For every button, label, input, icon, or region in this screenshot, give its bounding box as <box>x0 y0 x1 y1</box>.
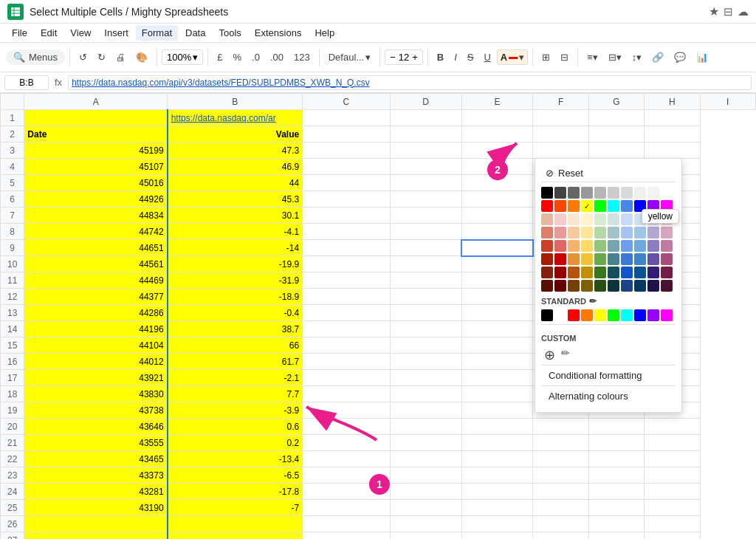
color-swatch[interactable] <box>621 267 633 278</box>
cell-a-4[interactable]: 45107 <box>24 159 168 175</box>
text-color-dropdown[interactable]: ▾ <box>519 52 524 63</box>
cell-c-7[interactable] <box>303 207 390 224</box>
cell-d-14[interactable] <box>390 321 461 337</box>
cell-b-6[interactable]: 45.3 <box>168 191 303 207</box>
color-swatch[interactable] <box>647 280 659 292</box>
standard-color-swatch[interactable] <box>608 309 619 321</box>
cell-e-15[interactable] <box>461 337 533 354</box>
cell-d-3[interactable] <box>390 143 461 159</box>
cell-e-13[interactable] <box>461 305 533 321</box>
cell-a-3[interactable]: 45199 <box>24 143 168 159</box>
col-header-h[interactable]: H <box>645 94 700 110</box>
align-horizontal-button[interactable]: ≡▾ <box>583 49 602 66</box>
cell-d-17[interactable] <box>390 370 461 386</box>
cell-d-24[interactable] <box>390 484 461 500</box>
col-header-i[interactable]: I <box>700 94 755 110</box>
cell-h-22[interactable] <box>645 451 700 467</box>
cell-f-27[interactable] <box>533 532 588 540</box>
color-swatch[interactable] <box>594 187 606 199</box>
cell-a-18[interactable]: 43830 <box>24 386 168 402</box>
cell-f-3[interactable] <box>533 143 588 159</box>
color-swatch[interactable] <box>581 240 593 252</box>
cell-f-2[interactable] <box>533 126 588 143</box>
color-swatch[interactable] <box>661 280 673 292</box>
color-swatch[interactable] <box>634 253 646 265</box>
cell-a-22[interactable]: 43465 <box>24 451 168 467</box>
color-swatch[interactable] <box>594 267 606 278</box>
menus-button[interactable]: 🔍 Menus <box>6 49 65 65</box>
color-swatch[interactable] <box>594 213 606 225</box>
color-swatch[interactable] <box>554 280 566 292</box>
color-swatch[interactable] <box>621 227 633 238</box>
cell-f-22[interactable] <box>533 451 588 467</box>
menu-view[interactable]: View <box>64 25 97 41</box>
zoom-control[interactable]: 100% ▾ <box>162 49 203 65</box>
color-swatch[interactable] <box>568 227 580 238</box>
menu-edit[interactable]: Edit <box>35 25 63 41</box>
color-swatch[interactable] <box>581 267 593 278</box>
cell-g-20[interactable] <box>588 419 644 435</box>
cell-d-15[interactable] <box>390 337 461 354</box>
cell-h-3[interactable] <box>645 143 700 159</box>
menu-data[interactable]: Data <box>179 25 211 41</box>
cell-c-22[interactable] <box>303 451 390 467</box>
cell-h-2[interactable] <box>645 126 700 143</box>
cell-c-2[interactable] <box>303 126 390 143</box>
cell-b-9[interactable]: -14 <box>168 240 303 256</box>
chart-button[interactable]: 📊 <box>692 49 712 66</box>
color-swatch[interactable] <box>621 187 633 199</box>
cell-g-27[interactable] <box>588 532 644 540</box>
italic-button[interactable]: I <box>450 49 461 66</box>
cell-a-19[interactable]: 43738 <box>24 402 168 419</box>
underline-button[interactable]: U <box>479 49 495 66</box>
cell-g-2[interactable] <box>588 126 644 143</box>
col-header-e[interactable]: E <box>461 94 533 110</box>
cell-b-15[interactable]: 66 <box>168 337 303 354</box>
cell-d-18[interactable] <box>390 386 461 402</box>
redo-button[interactable]: ↻ <box>93 49 110 66</box>
cell-c-11[interactable] <box>303 272 390 289</box>
cell-e-24[interactable] <box>461 484 533 500</box>
reset-button[interactable]: ⊘ Reset <box>541 165 676 182</box>
font-size-decrease[interactable]: − <box>390 52 396 63</box>
cell-d-20[interactable] <box>390 419 461 435</box>
cell-b-26[interactable] <box>168 516 303 532</box>
cell-b-5[interactable]: 44 <box>168 175 303 191</box>
color-swatch[interactable] <box>594 240 606 252</box>
cell-f-26[interactable] <box>533 516 588 532</box>
conditional-formatting-button[interactable]: Conditional formatting <box>541 365 676 385</box>
cell-a-5[interactable]: 45016 <box>24 175 168 191</box>
color-swatch[interactable] <box>581 253 593 265</box>
formula-content[interactable]: https://data.nasdaq.com/api/v3/datasets/… <box>68 75 752 90</box>
cell-d-27[interactable] <box>390 532 461 540</box>
color-swatch[interactable] <box>634 240 646 252</box>
cell-b-18[interactable]: 7.7 <box>168 386 303 402</box>
currency-button[interactable]: £ <box>213 49 227 66</box>
cell-c-25[interactable] <box>303 500 390 516</box>
color-swatch[interactable] <box>554 227 566 238</box>
cloud-icon[interactable]: ☁ <box>738 5 749 18</box>
cell-c-19[interactable] <box>303 402 390 419</box>
cell-g-25[interactable] <box>588 500 644 516</box>
cell-d-23[interactable] <box>390 467 461 484</box>
color-swatch[interactable] <box>661 227 673 238</box>
standard-color-swatch[interactable] <box>581 309 593 321</box>
cell-f-23[interactable] <box>533 467 588 484</box>
color-swatch[interactable] <box>541 213 553 225</box>
cell-c-21[interactable] <box>303 435 390 451</box>
menu-file[interactable]: File <box>6 25 33 41</box>
cell-b-22[interactable]: -13.4 <box>168 451 303 467</box>
cell-a-9[interactable]: 44651 <box>24 240 168 256</box>
cell-d-10[interactable] <box>390 256 461 272</box>
color-swatch[interactable] <box>541 187 553 199</box>
col-header-f[interactable]: F <box>533 94 588 110</box>
cell-h-25[interactable] <box>645 500 700 516</box>
cell-g-24[interactable] <box>588 484 644 500</box>
color-swatch[interactable] <box>594 200 606 212</box>
color-swatch[interactable] <box>661 187 673 199</box>
cell-f-21[interactable] <box>533 435 588 451</box>
color-swatch[interactable] <box>554 200 566 212</box>
color-swatch[interactable] <box>581 187 593 199</box>
color-swatch[interactable] <box>554 267 566 278</box>
cell-e-23[interactable] <box>461 467 533 484</box>
